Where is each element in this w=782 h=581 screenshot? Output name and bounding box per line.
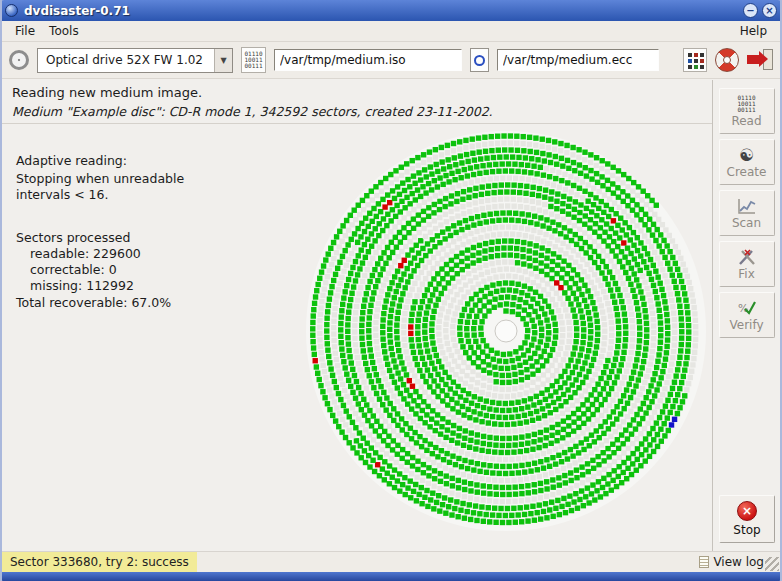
- scan-label: Scan: [732, 216, 761, 230]
- help-lifebelt-button[interactable]: [715, 48, 739, 72]
- toolbar: Optical drive 52X FW 1.02 ▼ 01110 10011 …: [2, 42, 780, 79]
- drive-select[interactable]: Optical drive 52X FW 1.02 ▼: [37, 48, 233, 73]
- titlebar[interactable]: dvdisaster-0.71 − ×: [0, 0, 782, 21]
- medium-info: Medium "Example disc": CD-R mode 1, 3425…: [12, 104, 702, 119]
- statusbar: Sector 333680, try 2: success View log: [2, 551, 780, 572]
- menubar: File Tools Help: [2, 21, 780, 42]
- verify-label: Verify: [729, 318, 763, 332]
- readable-value: readable: 229600: [30, 246, 141, 262]
- binary-icon: 01110 10011 00111: [737, 95, 755, 113]
- view-log-label: View log: [713, 555, 764, 569]
- total-recoverable-value: Total recoverable: 67.0%: [16, 295, 171, 311]
- main-area: Adaptive reading: Stopping when unreadab…: [2, 125, 712, 551]
- adaptive-reading-label: Adaptive reading:: [16, 153, 127, 169]
- menu-tools[interactable]: Tools: [42, 22, 86, 40]
- menu-file[interactable]: File: [8, 22, 42, 40]
- ecc-file-icon: [470, 48, 489, 72]
- stop-label: Stop: [733, 523, 760, 537]
- missing-value: missing: 112992: [30, 278, 134, 294]
- stop-button[interactable]: × Stop: [719, 495, 775, 543]
- image-file-input[interactable]: [274, 49, 462, 71]
- verify-check-icon: %: [737, 299, 757, 317]
- log-icon: [699, 556, 709, 568]
- drive-select-value: Optical drive 52X FW 1.02: [38, 49, 214, 72]
- menu-help[interactable]: Help: [733, 22, 774, 40]
- action-sidebar: 01110 10011 00111 Read ☯ Create Scan: [712, 80, 780, 551]
- exit-arrow-icon: [747, 55, 759, 64]
- ecc-pen-icon: [474, 55, 485, 66]
- read-label: Read: [731, 114, 761, 128]
- stop-icon: ×: [737, 501, 757, 521]
- chevron-down-icon[interactable]: ▼: [214, 49, 232, 72]
- digits-grid-icon: [688, 53, 692, 57]
- sectors-processed-label: Sectors processed: [16, 230, 130, 246]
- scan-button[interactable]: Scan: [719, 190, 775, 236]
- sector-spiral: [300, 125, 712, 537]
- create-button[interactable]: ☯ Create: [719, 139, 775, 185]
- binary-row: 00111: [244, 63, 262, 69]
- create-label: Create: [727, 165, 767, 179]
- yin-yang-icon: ☯: [739, 146, 754, 164]
- tools-icon: [737, 248, 757, 266]
- status-message: Sector 333680, try 2: success: [2, 552, 197, 572]
- read-button[interactable]: 01110 10011 00111 Read: [719, 88, 775, 134]
- close-button[interactable]: ×: [762, 3, 777, 18]
- correctable-value: correctable: 0: [30, 262, 117, 278]
- resize-grip[interactable]: [765, 557, 779, 571]
- fix-label: Fix: [738, 267, 754, 281]
- chart-icon: [737, 197, 757, 215]
- drive-icon: [9, 50, 29, 70]
- stopping-line2: intervals < 16.: [16, 187, 108, 203]
- page-title: Reading new medium image.: [12, 85, 702, 100]
- minimize-button[interactable]: −: [743, 3, 758, 18]
- fix-button[interactable]: Fix: [719, 241, 775, 287]
- svg-text:%: %: [738, 302, 748, 315]
- image-file-icon: 01110 10011 00111: [241, 47, 266, 73]
- window: dvdisaster-0.71 − × File Tools Help Opti…: [0, 0, 782, 581]
- status-header: Reading new medium image. Medium "Exampl…: [2, 80, 712, 124]
- ecc-file-input[interactable]: [497, 49, 659, 71]
- lifebelt-icon: [723, 56, 731, 64]
- quit-button[interactable]: [747, 48, 773, 72]
- binary-row: 00111: [737, 107, 755, 113]
- window-frame-bottom: [0, 572, 782, 581]
- window-title: dvdisaster-0.71: [24, 4, 130, 18]
- preferences-button[interactable]: [683, 48, 707, 72]
- verify-button[interactable]: % Verify: [719, 292, 775, 338]
- stopping-line1: Stopping when unreadable: [16, 171, 184, 187]
- app-icon: [5, 4, 18, 17]
